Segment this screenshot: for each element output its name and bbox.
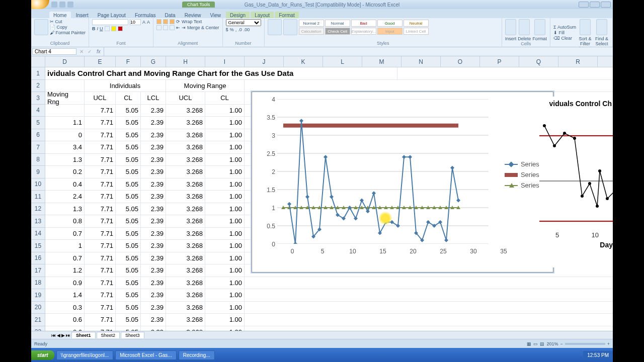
row-header[interactable]: 20 xyxy=(31,302,45,314)
border-button[interactable] xyxy=(105,26,110,31)
orientation-icon[interactable]: ⟳ xyxy=(176,19,180,24)
currency-icon[interactable]: $ xyxy=(226,27,228,32)
cell[interactable]: 1.00 xyxy=(205,117,245,129)
cell[interactable]: 7.71 xyxy=(85,314,116,326)
cell[interactable]: 2.4 xyxy=(45,191,85,203)
fill-color-button[interactable] xyxy=(111,26,116,31)
next-sheet-icon[interactable]: ▶ xyxy=(61,333,65,338)
cell[interactable]: 2.39 xyxy=(141,326,166,331)
font-color-button[interactable] xyxy=(118,26,123,31)
column-header[interactable]: J xyxy=(245,56,284,67)
cell-style[interactable]: Linked Cell xyxy=(404,28,429,35)
cell[interactable]: 5.05 xyxy=(116,326,141,331)
name-box[interactable]: Chart 4 xyxy=(32,48,76,55)
cell-style[interactable]: Check Cell xyxy=(325,28,350,35)
cell[interactable]: CL xyxy=(205,92,245,104)
cell[interactable]: 7.71 xyxy=(85,240,116,252)
cell[interactable]: 2.39 xyxy=(141,240,166,252)
copy-button[interactable]: 📄 Copy xyxy=(50,25,86,30)
cell[interactable]: 3.4 xyxy=(45,141,85,153)
row-header[interactable]: 18 xyxy=(31,277,45,290)
cell[interactable]: 2.39 xyxy=(141,215,166,227)
column-header[interactable]: F xyxy=(116,56,141,67)
cell[interactable]: 7.71 xyxy=(85,191,116,203)
cell[interactable]: 1.00 xyxy=(205,228,245,240)
sheet-tab[interactable]: Sheet2 xyxy=(97,332,120,338)
taskbar-item[interactable]: Recording... xyxy=(179,350,215,360)
cell[interactable]: 0.8 xyxy=(45,215,85,227)
view-layout-icon[interactable]: ▭ xyxy=(533,341,538,346)
cell[interactable]: 0.7 xyxy=(45,252,85,264)
enter-icon[interactable]: ✓ xyxy=(86,49,94,54)
cell[interactable]: Individuals xyxy=(85,80,166,92)
cell[interactable]: 7.71 xyxy=(85,129,116,141)
quick-access-toolbar[interactable] xyxy=(51,2,73,8)
cell[interactable]: 1.00 xyxy=(205,166,245,178)
row-header[interactable]: 17 xyxy=(31,264,45,277)
row-header[interactable]: 10 xyxy=(31,178,45,191)
decrease-indent-icon[interactable]: ⇤ xyxy=(176,25,180,30)
cell-style[interactable]: Bad xyxy=(351,20,376,27)
zoom-level[interactable]: 201% xyxy=(546,341,558,346)
underline-button[interactable]: U xyxy=(100,26,103,31)
column-header[interactable]: E xyxy=(85,56,116,67)
cell[interactable]: 2.39 xyxy=(141,252,166,264)
cell[interactable]: 2.39 xyxy=(141,264,166,277)
cell[interactable]: 1.3 xyxy=(45,154,85,166)
taskbar-item[interactable]: Microsoft Excel - Gas... xyxy=(115,350,176,360)
cell[interactable]: 3.268 xyxy=(166,228,205,240)
column-header[interactable]: D xyxy=(45,56,85,67)
shrink-font-icon[interactable]: A xyxy=(147,20,150,25)
close-button[interactable] xyxy=(601,2,611,8)
find-select-button[interactable] xyxy=(596,19,607,35)
cell[interactable]: 1.00 xyxy=(205,105,245,117)
column-header[interactable]: Q xyxy=(519,56,558,67)
start-button[interactable]: start xyxy=(31,350,54,360)
wrap-text-button[interactable]: Wrap Text xyxy=(182,19,202,24)
column-header[interactable]: G xyxy=(141,56,166,67)
chart-legend[interactable]: Series1 Series2 Series3 xyxy=(505,157,543,192)
cell[interactable]: 7.71 xyxy=(85,166,116,178)
cell[interactable]: 2.39 xyxy=(141,191,166,203)
tab-data[interactable]: Data xyxy=(161,12,180,18)
cell[interactable]: Moving Range xyxy=(166,80,245,92)
cell[interactable]: 5.05 xyxy=(116,129,141,141)
cell[interactable]: 3.268 xyxy=(166,326,205,331)
office-button[interactable] xyxy=(31,0,49,9)
font-family-input[interactable] xyxy=(92,19,128,25)
cell[interactable]: 7.71 xyxy=(85,203,116,215)
cell[interactable] xyxy=(45,80,85,92)
cell[interactable]: 5.05 xyxy=(116,166,141,178)
cell[interactable]: 5.05 xyxy=(116,228,141,240)
autosum-button[interactable]: Σ AutoSum xyxy=(553,25,576,30)
tab-chart-layout[interactable]: Layout xyxy=(251,12,274,18)
merge-center-button[interactable]: Merge & Center xyxy=(187,25,219,30)
tab-review[interactable]: Review xyxy=(181,12,205,18)
cell[interactable]: 5.05 xyxy=(116,240,141,252)
worksheet[interactable]: 1234567891011121314151617181920212223 DE… xyxy=(31,56,613,331)
cell[interactable]: 1.00 xyxy=(205,326,245,331)
cut-button[interactable]: ✂ Cut xyxy=(50,19,86,24)
cell[interactable]: 3.268 xyxy=(166,154,205,166)
cell[interactable]: 0.6 xyxy=(45,314,85,326)
cell[interactable]: ividuals Control Chart and Moving Range … xyxy=(45,67,397,79)
align-middle-icon[interactable] xyxy=(163,19,168,24)
cell[interactable]: 5.05 xyxy=(116,314,141,326)
cell[interactable]: 2.39 xyxy=(141,141,166,153)
cell[interactable]: 1.1 xyxy=(45,117,85,129)
cell[interactable]: 7.71 xyxy=(85,117,116,129)
view-pagebreak-icon[interactable]: ▤ xyxy=(540,341,544,346)
row-header[interactable]: 2 xyxy=(31,80,45,93)
decrease-decimal-icon[interactable]: .00 xyxy=(244,27,250,32)
cell[interactable]: 1.00 xyxy=(205,264,245,277)
first-sheet-icon[interactable]: ⏮ xyxy=(51,333,56,338)
formula-input[interactable] xyxy=(104,47,613,56)
cell[interactable]: CL xyxy=(116,92,141,104)
column-header[interactable]: I xyxy=(205,56,245,67)
cell[interactable]: 1.00 xyxy=(205,191,245,203)
tab-insert[interactable]: Insert xyxy=(72,12,93,18)
row-header[interactable]: 1 xyxy=(31,67,45,80)
cell[interactable]: UCL xyxy=(85,92,116,104)
row-header[interactable]: 19 xyxy=(31,289,45,302)
cell[interactable]: 3.268 xyxy=(166,302,205,314)
